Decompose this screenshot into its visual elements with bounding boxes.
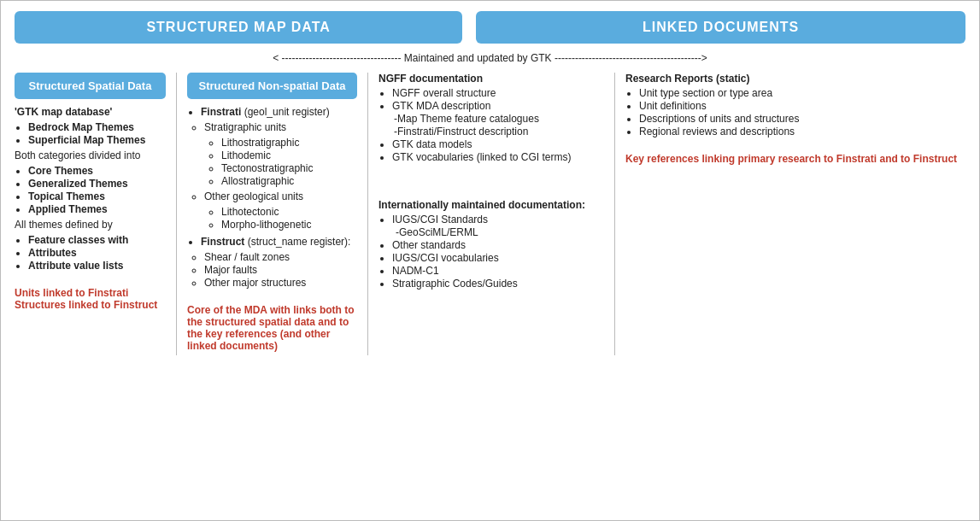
strat-items: Lithostratigraphic Lithodemic Tectonostr…: [187, 137, 357, 187]
other-geo-parent: Other geological units: [187, 190, 357, 202]
strat-4: Allostratigraphic: [221, 175, 357, 187]
gtk-db-title: 'GTK map database': [15, 106, 166, 118]
other-2: Morpho-lithogenetic: [221, 219, 357, 231]
strat-1: Lithostratigraphic: [221, 137, 357, 149]
finstrati-list: Finstrati (geol_unit register): [187, 106, 357, 118]
divider-1: [176, 73, 177, 355]
nonspatial-red-text: Core of the MDA with links both to the s…: [187, 304, 357, 352]
linked-documents-header: LINKED DOCUMENTS: [476, 11, 965, 44]
ngff-5: GTK data models: [392, 138, 604, 150]
ngff-title: NGFF documentation: [379, 73, 604, 85]
research-2: Unit definitions: [639, 100, 959, 112]
finstruct-list: Finstruct (struct_name register):: [187, 236, 357, 248]
gtk-banner: < ----------------------------------- Ma…: [15, 52, 965, 64]
research-title: Research Reports (static): [625, 73, 959, 85]
intl-section: Internationally maintained documentation…: [379, 199, 604, 290]
ngff-col: NGFF documentation NGFF overall structur…: [372, 73, 611, 355]
intl-6: Stratigraphic Codes/Guides: [392, 278, 604, 290]
cat-generalized: Generalized Themes: [28, 178, 166, 190]
main-content: Structured Spatial Data 'GTK map databas…: [15, 73, 965, 355]
feat-classes: Feature classes with: [28, 234, 166, 246]
research-1: Unit type section or type area: [639, 87, 959, 99]
intl-2: -GeoSciML/ERML: [392, 226, 604, 238]
divider-2: [367, 73, 368, 355]
header-row: STRUCTURED MAP DATA LINKED DOCUMENTS: [15, 11, 965, 44]
research-list: Unit type section or type area Unit defi…: [625, 87, 959, 138]
finstruct-2: Major faults: [204, 264, 357, 276]
strat-2: Lithodemic: [221, 149, 357, 161]
ngff-4: -Finstrati/Finstruct description: [392, 126, 604, 138]
feat-attr: Attributes: [28, 247, 166, 259]
ngff-6: GTK vocabularies (linked to CGI terms): [392, 151, 604, 163]
research-3: Descriptions of units and structures: [639, 113, 959, 125]
nonspatial-subheader: Structured Non-spatial Data: [187, 73, 357, 99]
intl-4: IUGS/CGI vocabularies: [392, 252, 604, 264]
cat-core: Core Themes: [28, 165, 166, 177]
spatial-col: Structured Spatial Data 'GTK map databas…: [15, 73, 173, 355]
intl-5: NADM-C1: [392, 265, 604, 277]
other-1: Lithotectonic: [221, 206, 357, 218]
intl-1: IUGS/CGI Standards: [392, 214, 604, 225]
divider-3: [614, 73, 615, 355]
ngff-1: NGFF overall structure: [392, 87, 604, 99]
main-container: STRUCTURED MAP DATA LINKED DOCUMENTS < -…: [0, 0, 980, 521]
other-geo-items: Lithotectonic Morpho-lithogenetic: [187, 206, 357, 231]
intl-list: IUGS/CGI Standards -GeoSciML/ERML Other …: [379, 214, 604, 290]
other-geo-label: Other geological units: [204, 190, 357, 202]
finstruct-1: Shear / fault zones: [204, 251, 357, 263]
gtk-db-list: Bedrock Map Themes Superficial Map Theme…: [15, 121, 166, 146]
gtk-db-item-1: Bedrock Map Themes: [28, 121, 166, 133]
research-4: Regional reviews and descriptions: [639, 126, 959, 138]
spatial-red-text: Units linked to FinstratiStructures link…: [15, 287, 166, 311]
gtk-db-item-2: Superficial Map Themes: [28, 134, 166, 146]
ngff-3: -Map Theme feature catalogues: [392, 113, 604, 125]
cat-topical: Topical Themes: [28, 190, 166, 202]
strat-parent: Stratigraphic units: [187, 121, 357, 133]
nonspatial-col: Structured Non-spatial Data Finstrati (g…: [180, 73, 364, 355]
intl-3: Other standards: [392, 239, 604, 251]
categories-list: Core Themes Generalized Themes Topical T…: [15, 165, 166, 215]
research-col: Research Reports (static) Unit type sect…: [619, 73, 965, 355]
research-red-text: Key references linking primary research …: [625, 153, 959, 165]
ngff-2: GTK MDA description: [392, 100, 604, 112]
ngff-list: NGFF overall structure GTK MDA descripti…: [379, 87, 604, 163]
cat-applied: Applied Themes: [28, 203, 166, 215]
spatial-subheader: Structured Spatial Data: [15, 73, 166, 99]
feat-attr-val: Attribute value lists: [28, 260, 166, 272]
strat-3: Tectonostratigraphic: [221, 162, 357, 174]
features-list: Feature classes with Attributes Attribut…: [15, 234, 166, 272]
finstruct-title-item: Finstruct (struct_name register):: [201, 236, 357, 248]
finstrati-title: Finstrati (geol_unit register): [201, 106, 357, 118]
all-themes-text: All themes defined by: [15, 219, 166, 231]
finstruct-items: Shear / fault zones Major faults Other m…: [187, 251, 357, 289]
intl-title: Internationally maintained documentation…: [379, 199, 604, 211]
structured-map-header: STRUCTURED MAP DATA: [15, 11, 462, 44]
strat-parent-item: Stratigraphic units: [204, 121, 357, 133]
both-categories-text: Both categories divided into: [15, 149, 166, 161]
finstruct-3: Other major structures: [204, 277, 357, 289]
